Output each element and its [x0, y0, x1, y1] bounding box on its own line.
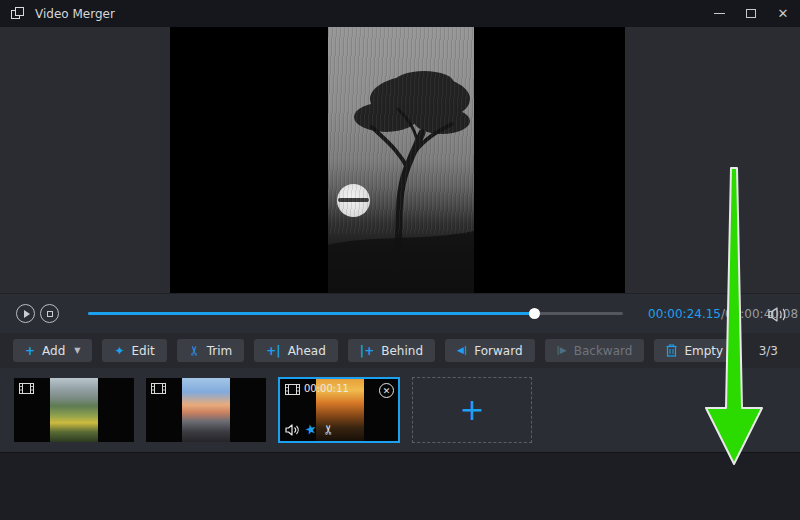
minimize-button[interactable]	[710, 5, 728, 23]
close-icon: ✕	[778, 7, 789, 20]
seek-progress	[88, 312, 535, 315]
edit-star-icon: ✦	[114, 345, 124, 357]
clip-audio-icon[interactable]	[285, 424, 299, 436]
chevron-down-icon: ▼	[74, 346, 80, 355]
clip-strip: 00:00:11 ✕ ★ ✂ +	[0, 368, 800, 452]
stop-button[interactable]	[40, 304, 59, 323]
maximize-icon	[746, 9, 756, 18]
edit-button[interactable]: ✦ Edit	[102, 339, 166, 362]
trash-icon	[666, 344, 677, 357]
clip-thumbnail-2[interactable]	[146, 378, 266, 442]
backward-button[interactable]: |▶ Backward	[545, 339, 645, 362]
seek-slider[interactable]	[88, 312, 623, 315]
plus-icon: +	[25, 345, 35, 357]
clip-duration: 00:00:11	[304, 383, 349, 394]
clip-thumbnail-3-selected[interactable]: 00:00:11 ✕ ★ ✂	[278, 377, 400, 443]
clip-edit-star-icon[interactable]: ★	[304, 421, 319, 438]
film-icon	[285, 384, 300, 395]
add-label: Add	[42, 344, 65, 358]
insert-behind-icon: |+	[360, 345, 374, 357]
clip-toolbar: + Add ▼ ✦ Edit ✂ Trim +| Ahead |+ Behind…	[0, 333, 800, 368]
video-frame	[328, 27, 474, 293]
title-bar: Video Merger ✕	[0, 0, 800, 27]
current-time: 00:00:24.15	[648, 307, 721, 321]
preview-stage	[0, 27, 800, 293]
empty-button[interactable]: Empty	[654, 339, 735, 362]
behind-label: Behind	[381, 344, 423, 358]
forward-button[interactable]: ◀| Forward	[445, 339, 534, 362]
insert-ahead-icon: +|	[266, 345, 280, 357]
plus-icon: +	[459, 395, 484, 425]
move-backward-icon: |▶	[557, 346, 567, 355]
play-icon	[24, 310, 30, 318]
close-button[interactable]: ✕	[774, 5, 792, 23]
clip-2-image	[182, 378, 230, 442]
clip-thumbnail-1[interactable]	[14, 378, 134, 442]
minimize-icon	[714, 13, 725, 14]
forward-label: Forward	[474, 344, 522, 358]
trim-button[interactable]: ✂ Trim	[177, 339, 244, 362]
maximize-button[interactable]	[742, 5, 760, 23]
ahead-label: Ahead	[288, 344, 326, 358]
trim-label: Trim	[207, 344, 233, 358]
add-button[interactable]: + Add ▼	[13, 339, 92, 362]
merge-app-icon	[11, 7, 26, 20]
play-button[interactable]	[16, 304, 35, 323]
stop-icon	[47, 311, 53, 317]
backward-label: Backward	[574, 344, 633, 358]
remove-clip-button[interactable]: ✕	[379, 383, 394, 398]
ahead-button[interactable]: +| Ahead	[254, 339, 338, 362]
video-canvas	[170, 27, 625, 293]
rain-streaks-overlay	[328, 27, 474, 234]
edit-label: Edit	[132, 344, 155, 358]
empty-label: Empty	[684, 344, 723, 358]
move-forward-icon: ◀|	[457, 346, 467, 355]
close-x-icon: ✕	[383, 386, 391, 396]
scissors-icon: ✂	[188, 345, 201, 356]
seek-thumb[interactable]	[529, 308, 540, 319]
clip-counter: 3/3	[759, 344, 778, 358]
clip-trim-scissors-icon[interactable]: ✂	[321, 424, 336, 435]
film-icon	[19, 383, 34, 394]
film-icon	[151, 383, 166, 394]
volume-icon[interactable]	[768, 307, 788, 322]
output-settings-panel: Name: New Merge.mp4 ✎ Output: Auto;Auto …	[0, 452, 800, 520]
clip-1-image	[50, 378, 98, 442]
add-clip-placeholder[interactable]: +	[412, 377, 532, 443]
window-title: Video Merger	[35, 7, 115, 21]
player-bar: 00:00:24.15/00:00:40.08	[0, 293, 800, 333]
behind-button[interactable]: |+ Behind	[348, 339, 435, 362]
